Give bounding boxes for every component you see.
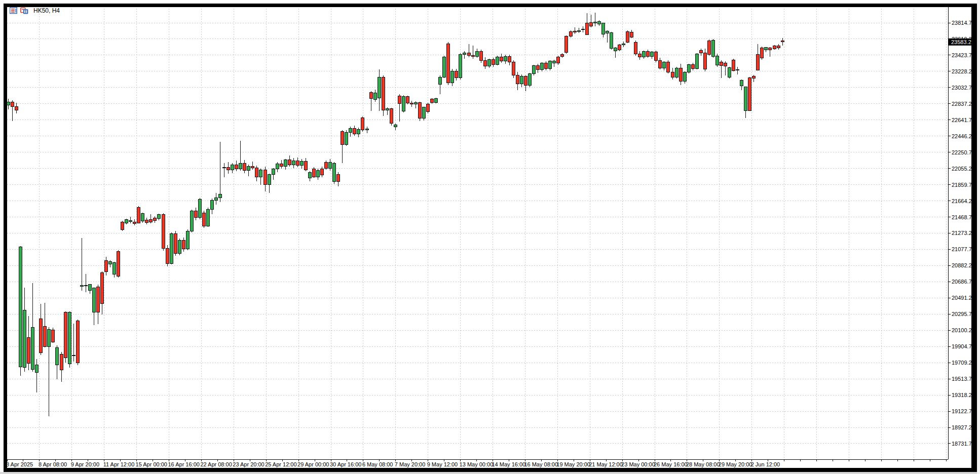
svg-text:18927.2: 18927.2 — [952, 424, 972, 430]
svg-text:16 May 08:00: 16 May 08:00 — [524, 461, 558, 467]
svg-text:3 Apr 2025: 3 Apr 2025 — [6, 461, 33, 467]
svg-text:19709.2: 19709.2 — [952, 360, 972, 366]
svg-text:21 May 12:00: 21 May 12:00 — [589, 461, 623, 467]
svg-text:23583.2: 23583.2 — [951, 39, 971, 45]
chart-window: 23814.723619.223423.723228.223032.722837… — [0, 0, 980, 474]
svg-text:21859.7: 21859.7 — [952, 182, 972, 188]
svg-text:23 May 00:00: 23 May 00:00 — [621, 461, 655, 467]
svg-text:23228.2: 23228.2 — [952, 68, 972, 74]
svg-text:20882.2: 20882.2 — [952, 262, 972, 268]
svg-text:11 Apr 12:00: 11 Apr 12:00 — [103, 461, 135, 467]
svg-text:13 May 00:00: 13 May 00:00 — [460, 461, 494, 467]
svg-text:9 May 12:00: 9 May 12:00 — [427, 461, 458, 467]
svg-text:15 Apr 00:00: 15 Apr 00:00 — [136, 461, 167, 467]
svg-text:19318.2: 19318.2 — [952, 392, 972, 398]
current-price-badge: 23583.2 — [948, 38, 974, 46]
svg-text:9 Apr 20:00: 9 Apr 20:00 — [71, 461, 99, 467]
market-watch-icon[interactable] — [10, 7, 17, 14]
candlestick-chart[interactable]: 23814.723619.223423.723228.223032.722837… — [0, 0, 980, 474]
svg-text:20295.7: 20295.7 — [952, 311, 972, 317]
svg-text:19 May 20:00: 19 May 20:00 — [556, 461, 590, 467]
chart-legend: HK50, H4 — [10, 7, 60, 14]
svg-text:30 Apr 16:00: 30 Apr 16:00 — [330, 461, 361, 467]
svg-text:22837.2: 22837.2 — [952, 101, 972, 107]
svg-text:22 Apr 08:00: 22 Apr 08:00 — [200, 461, 232, 467]
svg-text:20686.7: 20686.7 — [952, 279, 972, 285]
svg-text:7 May 20:00: 7 May 20:00 — [395, 461, 426, 467]
svg-text:18731.7: 18731.7 — [952, 441, 972, 447]
svg-text:23423.7: 23423.7 — [952, 52, 972, 58]
svg-text:19513.7: 19513.7 — [952, 376, 972, 382]
svg-text:29 May 20:00: 29 May 20:00 — [719, 461, 752, 467]
svg-text:14 May 16:00: 14 May 16:00 — [492, 461, 526, 467]
svg-text:21664.2: 21664.2 — [952, 198, 972, 204]
svg-text:29 Apr 00:00: 29 Apr 00:00 — [297, 461, 329, 467]
svg-text:21077.7: 21077.7 — [952, 246, 972, 252]
svg-text:16 Apr 16:00: 16 Apr 16:00 — [168, 461, 200, 467]
svg-text:21468.7: 21468.7 — [952, 214, 972, 220]
svg-text:20491.2: 20491.2 — [952, 295, 972, 301]
svg-text:23814.7: 23814.7 — [952, 20, 972, 26]
svg-text:19122.7: 19122.7 — [952, 408, 972, 414]
symbol-timeframe-label: HK50, H4 — [31, 7, 60, 14]
svg-text:22055.2: 22055.2 — [952, 166, 972, 172]
svg-text:20100.2: 20100.2 — [952, 327, 972, 333]
svg-text:8 Apr 08:00: 8 Apr 08:00 — [39, 461, 67, 467]
chart-mode-icon[interactable] — [20, 7, 28, 14]
svg-text:25 Apr 12:00: 25 Apr 12:00 — [265, 461, 296, 467]
svg-text:26 May 16:00: 26 May 16:00 — [654, 461, 688, 467]
svg-text:23 Apr 20:00: 23 Apr 20:00 — [233, 461, 264, 467]
svg-text:22250.7: 22250.7 — [952, 149, 972, 155]
svg-text:2 Jun 12:00: 2 Jun 12:00 — [751, 461, 780, 467]
svg-text:6 May 08:00: 6 May 08:00 — [362, 461, 393, 467]
svg-text:19904.7: 19904.7 — [952, 343, 972, 349]
svg-text:22641.7: 22641.7 — [952, 117, 972, 123]
svg-text:28 May 08:00: 28 May 08:00 — [686, 461, 720, 467]
svg-text:21273.2: 21273.2 — [952, 230, 972, 236]
svg-text:23032.7: 23032.7 — [952, 85, 972, 91]
svg-text:22446.2: 22446.2 — [952, 133, 972, 139]
